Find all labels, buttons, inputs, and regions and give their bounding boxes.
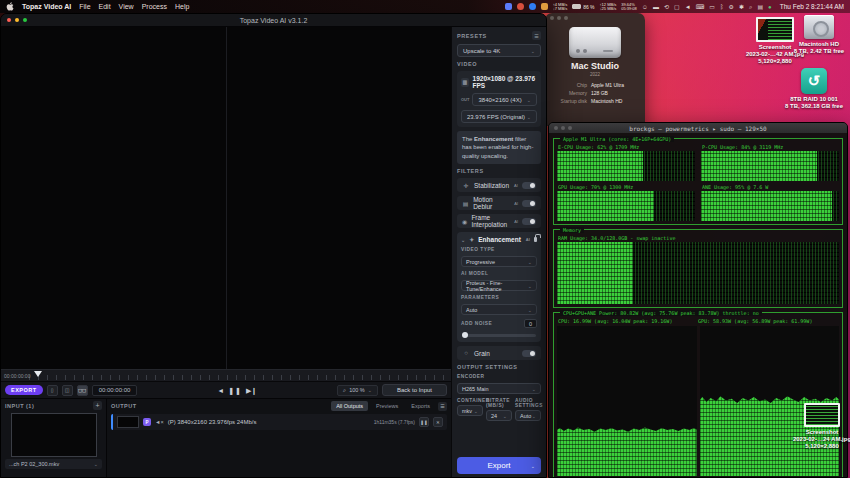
export-button[interactable]: Export ⌄ bbox=[457, 457, 541, 474]
add-noise-value[interactable]: 0 bbox=[524, 319, 537, 328]
audio-settings-dropdown[interactable]: Auto⌄ bbox=[515, 410, 541, 421]
app-status-icon-2[interactable] bbox=[517, 3, 524, 10]
menu-clock[interactable]: Thu Feb 2 8:21:44 AM bbox=[780, 3, 844, 10]
output-row[interactable]: P ◄× (P) 3840x2160 23.976fps 24Mb/s 1h11… bbox=[111, 414, 447, 430]
volume-icon[interactable]: ◄ bbox=[685, 4, 691, 10]
container-dropdown[interactable]: mkv⌄ bbox=[457, 405, 483, 416]
menu-app-name[interactable]: Topaz Video AI bbox=[22, 3, 71, 10]
playhead-marker[interactable] bbox=[34, 371, 42, 377]
desktop-icon-raid[interactable]: ↺ 8TB RAID 10 001 8 TB, 362.18 GB free bbox=[778, 68, 850, 110]
desktop: Topaz Video AI File Edit View Process He… bbox=[0, 0, 850, 478]
keyboard-icon[interactable]: ⌨ bbox=[696, 4, 705, 10]
filter-frame-interpolation[interactable]: ◉ Frame InterpolationAI bbox=[457, 214, 541, 228]
view-split-button[interactable]: ◫ bbox=[62, 385, 73, 396]
desktop-icon-screenshot-bottom[interactable]: Screenshot 2023-02-…24 AM.jpg 5,120×2,88… bbox=[790, 403, 850, 450]
face-icon[interactable]: ☺ bbox=[642, 4, 648, 10]
network-throughput-stat[interactable]: ↑4 MB/s↓7 MB/s bbox=[553, 3, 567, 11]
close-button[interactable] bbox=[550, 16, 554, 20]
audio-mute-icon[interactable]: ◄ bbox=[217, 387, 224, 394]
muted-speaker-icon[interactable]: ◄× bbox=[155, 419, 164, 425]
user-switch-icon[interactable]: ▤ bbox=[757, 4, 763, 10]
menu-process[interactable]: Process bbox=[142, 3, 167, 10]
disk-throughput-stat[interactable]: ↑12 MB/s↓25 MB/s bbox=[600, 3, 617, 11]
close-button[interactable] bbox=[554, 126, 558, 130]
window-icon[interactable]: ▬ bbox=[653, 4, 659, 10]
gpu-power-label: GPU: 58.93W (avg: 56.89W peak: 61.99W) bbox=[698, 318, 838, 324]
app-status-icon-1[interactable] bbox=[505, 3, 512, 10]
collapse-chevron-icon[interactable]: ⌄ bbox=[461, 237, 465, 243]
filter-motion-deblur[interactable]: ▤ Motion DeblurAI bbox=[457, 196, 541, 210]
tab-previews[interactable]: Previews bbox=[371, 401, 403, 411]
window-titlebar[interactable]: brockgs — powermetrics ▸ sudo — 129×50 bbox=[549, 123, 847, 133]
vpn-icon[interactable]: ● bbox=[768, 4, 772, 10]
filter-grain[interactable]: ○ Grain bbox=[457, 346, 541, 360]
step-forward-button[interactable]: ▶❙ bbox=[246, 387, 257, 394]
desktop-icon-macintosh-hd[interactable]: Macintosh HD 8 TB, 2.42 TB free bbox=[788, 15, 850, 55]
battery-indicator[interactable]: 86 % bbox=[572, 4, 594, 10]
slider-knob[interactable] bbox=[462, 332, 468, 338]
cancel-render-button[interactable]: ✕ bbox=[433, 417, 443, 427]
app-status-icon-4[interactable] bbox=[541, 3, 548, 10]
zoom-button[interactable] bbox=[564, 16, 568, 20]
output-resolution-dropdown[interactable]: 3840×2160 (4X)⌄ bbox=[472, 93, 537, 106]
view-single-button[interactable]: ▯ bbox=[47, 385, 58, 396]
display-icon[interactable]: ▭ bbox=[709, 4, 715, 10]
presets-menu-icon[interactable]: ☰ bbox=[532, 31, 541, 40]
encoder-dropdown[interactable]: H265 Main⌄ bbox=[457, 383, 541, 394]
minimize-button[interactable] bbox=[15, 18, 19, 22]
add-noise-slider[interactable] bbox=[462, 334, 536, 337]
grain-toggle[interactable] bbox=[522, 350, 536, 357]
stop-icon[interactable]: ▢ bbox=[674, 4, 680, 10]
apple-menu-icon[interactable] bbox=[6, 2, 14, 11]
close-button[interactable] bbox=[7, 18, 11, 22]
video-type-dropdown[interactable]: Progressive⌄ bbox=[461, 256, 537, 267]
chevron-down-icon: ⌄ bbox=[528, 259, 532, 265]
motion-deblur-toggle[interactable] bbox=[522, 200, 536, 207]
zoom-level-control[interactable]: ⌕ 100 % ⌄ bbox=[337, 385, 378, 396]
preset-dropdown[interactable]: Upscale to 4K⌄ bbox=[457, 44, 541, 57]
menu-file[interactable]: File bbox=[79, 3, 90, 10]
menu-edit[interactable]: Edit bbox=[99, 3, 111, 10]
back-to-input-button[interactable]: Back to Input bbox=[382, 384, 447, 396]
current-timecode: 00:00:00:00 bbox=[92, 385, 138, 396]
filter-icon[interactable]: ☰ bbox=[438, 402, 447, 411]
input-filename[interactable]: ...ch P2 02_300.mkv ⌄ bbox=[5, 459, 102, 469]
tab-all-outputs[interactable]: All Outputs bbox=[331, 401, 368, 411]
ai-model-dropdown[interactable]: Proteus - Fine-Tune/Enhance⌄ bbox=[461, 280, 537, 291]
cpu-uptime-stat[interactable]: 39.64%05:39:08 bbox=[621, 3, 637, 11]
add-input-button[interactable]: + bbox=[93, 401, 102, 410]
pause-render-button[interactable]: ❚❚ bbox=[419, 417, 429, 427]
menu-view[interactable]: View bbox=[119, 3, 134, 10]
input-clip-thumbnail[interactable] bbox=[11, 413, 97, 457]
pause-button[interactable]: ❚❚ bbox=[228, 387, 242, 394]
sync-icon[interactable]: ⟲ bbox=[664, 4, 669, 10]
frame-interpolation-toggle[interactable] bbox=[522, 218, 536, 225]
app-status-icon-3[interactable] bbox=[529, 3, 536, 10]
filter-stabilization[interactable]: ✛ StabilizationAI bbox=[457, 178, 541, 192]
input-panel-header: INPUT (1) bbox=[5, 403, 34, 409]
search-icon[interactable]: ⌕ bbox=[749, 4, 752, 10]
spec-row: Startup diskMacintosh HD bbox=[545, 97, 645, 105]
window-titlebar[interactable]: Topaz Video AI v3.1.2 bbox=[1, 14, 546, 27]
settings-panel: PRESETS ☰ Upscale to 4K⌄ VIDEO ▥ 1920×10… bbox=[451, 27, 546, 478]
zoom-button[interactable] bbox=[568, 126, 572, 130]
container-label: CONTAINER bbox=[457, 398, 483, 403]
minimize-button[interactable] bbox=[557, 16, 561, 20]
preview-split-divider[interactable] bbox=[226, 27, 227, 369]
export-preview-button[interactable]: EXPORT bbox=[5, 385, 43, 395]
lock-icon[interactable] bbox=[534, 237, 537, 242]
gear-icon[interactable]: ⚙ bbox=[729, 4, 734, 10]
timeline-ruler[interactable]: 00:00:00:00 bbox=[1, 369, 451, 381]
zoom-button[interactable] bbox=[23, 18, 27, 22]
parameters-dropdown[interactable]: Auto⌄ bbox=[461, 304, 537, 315]
bitrate-dropdown[interactable]: 24⌄ bbox=[486, 410, 512, 421]
tab-exports[interactable]: Exports bbox=[406, 401, 435, 411]
menu-help[interactable]: Help bbox=[175, 3, 189, 10]
output-framerate-dropdown[interactable]: 23.976 FPS (Original)⌄ bbox=[461, 110, 537, 123]
minimize-button[interactable] bbox=[561, 126, 565, 130]
stabilization-toggle[interactable] bbox=[522, 182, 536, 189]
video-preview-area[interactable] bbox=[1, 27, 451, 369]
view-side-by-side-button[interactable]: ◻◻ bbox=[77, 385, 88, 396]
wifi-icon[interactable]: ✱ bbox=[739, 4, 744, 10]
bluetooth-icon[interactable]: ᛒ bbox=[720, 4, 724, 10]
